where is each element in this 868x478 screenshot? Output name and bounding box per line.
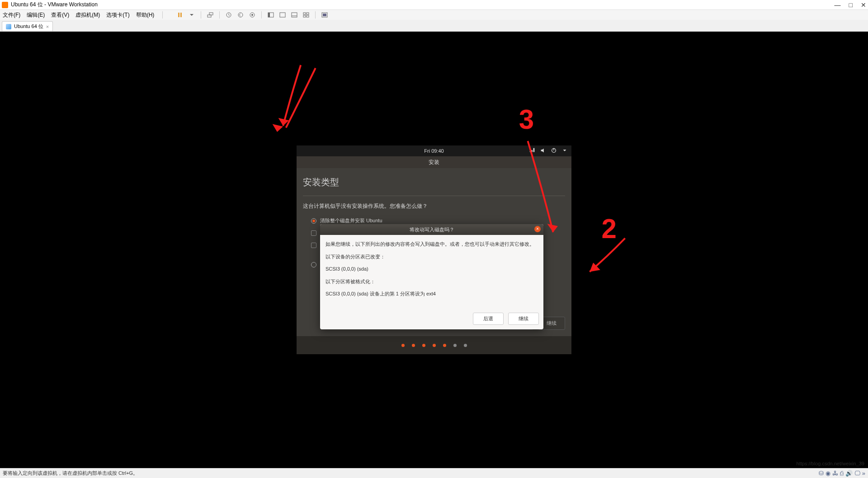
section-title: 安装类型: [303, 176, 565, 188]
menu-tabs[interactable]: 选项卡(T): [106, 11, 129, 19]
dialog-buttons: 后退 继续: [320, 308, 543, 329]
installer-header: 安装: [297, 156, 571, 168]
pause-button[interactable]: [175, 11, 184, 19]
ubuntu-clock[interactable]: Fri 09:40: [424, 148, 443, 154]
svg-rect-0: [178, 13, 179, 17]
radio-icon: [311, 262, 316, 267]
dialog-close-icon[interactable]: [534, 226, 541, 232]
app-icon: [2, 2, 8, 8]
progress-dot: [422, 344, 425, 347]
checkbox-icon: [311, 243, 316, 248]
menu-edit[interactable]: 编辑(E): [27, 11, 45, 19]
svg-point-7: [251, 14, 253, 16]
progress-dots: [297, 336, 571, 354]
svg-rect-2: [208, 15, 211, 17]
option-erase-disk[interactable]: 清除整个磁盘并安装 Ubuntu: [311, 217, 565, 224]
progress-dot: [412, 344, 415, 347]
progress-dot: [453, 344, 457, 347]
vm-screen: Fri 09:40 安装 安装类型 这台计算机似乎没有安装操作系统。您准备怎么做…: [297, 145, 571, 354]
power-dropdown[interactable]: [187, 11, 196, 19]
menu-view[interactable]: 查看(V): [51, 11, 69, 19]
layout-unity-icon[interactable]: [302, 11, 311, 19]
minimize-button[interactable]: —: [835, 1, 841, 9]
volume-icon[interactable]: [540, 147, 546, 155]
svg-rect-18: [323, 14, 326, 16]
dialog-body: 如果您继续，以下所列出的修改内容将会写入到磁盘中。或者，您也可以手动来进行其它修…: [320, 235, 543, 308]
menubar: 文件(F) 编辑(E) 查看(V) 虚拟机(M) 选项卡(T) 帮助(H): [0, 10, 868, 20]
layout-thumb-icon[interactable]: [278, 11, 287, 19]
svg-rect-10: [280, 13, 285, 17]
dialog-line2: 以下设备的分区表已改变：: [326, 253, 538, 261]
tab-ubuntu[interactable]: Ubuntu 64 位 ×: [2, 21, 53, 31]
option-erase-label: 清除整个磁盘并安装 Ubuntu: [320, 217, 382, 224]
maximize-button[interactable]: □: [849, 1, 853, 9]
svg-rect-14: [307, 13, 309, 14]
svg-rect-13: [303, 13, 306, 14]
ubuntu-topbar: Fri 09:40: [297, 145, 571, 156]
fullscreen-icon[interactable]: [320, 11, 329, 19]
vm-viewport[interactable]: Fri 09:40 安装 安装类型 这台计算机似乎没有安装操作系统。您准备怎么做…: [0, 32, 868, 468]
dialog-line1: 如果您继续，以下所列出的修改内容将会写入到磁盘中。或者，您也可以手动来进行其它修…: [326, 240, 538, 248]
tray-cd-icon[interactable]: ◉: [826, 470, 830, 477]
body-text: 这台计算机似乎没有安装操作系统。您准备怎么做？: [303, 202, 565, 210]
progress-dot: [443, 344, 446, 347]
tray-display-icon[interactable]: 🖵: [854, 470, 860, 477]
tray-sound-icon[interactable]: 🔊: [845, 470, 853, 477]
dialog-title: 将改动写入磁盘吗？: [320, 224, 543, 235]
menu-file[interactable]: 文件(F): [3, 11, 20, 19]
toolbar: [175, 11, 329, 19]
statusbar: 要将输入定向到该虚拟机，请在虚拟机内部单击或按 Ctrl+G。 ⛁ ◉ 🖧 ⎙ …: [0, 468, 868, 478]
close-button[interactable]: ✕: [861, 1, 866, 9]
write-changes-dialog: 将改动写入磁盘吗？ 如果您继续，以下所列出的修改内容将会写入到磁盘中。或者，您也…: [320, 224, 543, 329]
tray-chevron-icon[interactable]: »: [862, 470, 865, 477]
chevron-down-icon[interactable]: [561, 147, 568, 155]
svg-rect-9: [268, 13, 270, 17]
annotation-3: 3: [519, 103, 534, 135]
snapshot-manage-icon[interactable]: [248, 11, 257, 19]
menu-vm[interactable]: 虚拟机(M): [75, 11, 100, 19]
dialog-title-text: 将改动写入磁盘吗？: [410, 226, 454, 233]
dialog-line4: 以下分区将被格式化：: [326, 278, 538, 286]
svg-rect-3: [209, 13, 213, 15]
progress-dot: [433, 344, 436, 347]
divider: [162, 11, 163, 19]
snapshot-take-icon[interactable]: [224, 11, 233, 19]
section-divider: [303, 196, 565, 196]
send-ctrl-alt-del-button[interactable]: [206, 11, 215, 19]
divider: [201, 11, 201, 19]
svg-rect-11: [292, 13, 297, 17]
watermark: https://blog.csdn.net/weixin_39: [797, 461, 864, 466]
progress-dot: [464, 344, 467, 347]
svg-rect-1: [180, 13, 182, 17]
dialog-line5: SCSI3 (0,0,0) (sda) 设备上的第 1 分区将设为 ext4: [326, 290, 538, 298]
tray-disk-icon[interactable]: ⛁: [819, 470, 824, 477]
svg-marker-24: [590, 262, 600, 272]
snapshot-revert-icon[interactable]: [236, 11, 245, 19]
tab-label: Ubuntu 64 位: [14, 23, 43, 30]
menu-help[interactable]: 帮助(H): [136, 11, 155, 19]
tray-usb-icon[interactable]: ⎙: [840, 470, 844, 477]
progress-dot: [401, 344, 405, 347]
layout-single-icon[interactable]: [266, 11, 275, 19]
window-title: Ubuntu 64 位 - VMware Workstation: [11, 1, 98, 9]
dialog-back-button[interactable]: 后退: [473, 313, 504, 325]
system-tray: ⛁ ◉ 🖧 ⎙ 🔊 🖵 »: [819, 470, 865, 477]
divider: [315, 11, 316, 19]
statusbar-text: 要将输入定向到该虚拟机，请在虚拟机内部单击或按 Ctrl+G。: [3, 470, 138, 477]
dialog-continue-button[interactable]: 继续: [508, 313, 539, 325]
divider: [261, 11, 262, 19]
layout-console-icon[interactable]: [290, 11, 299, 19]
checkbox-icon: [311, 230, 316, 236]
tabbar: Ubuntu 64 位 ×: [0, 20, 868, 32]
tab-close-icon[interactable]: ×: [46, 24, 49, 29]
divider: [219, 11, 220, 19]
svg-point-5: [238, 13, 243, 17]
svg-rect-15: [303, 15, 306, 17]
svg-rect-16: [307, 15, 309, 17]
tray-net-icon[interactable]: 🖧: [832, 470, 838, 477]
svg-marker-21: [278, 118, 289, 126]
power-icon[interactable]: [551, 147, 557, 155]
window-controls: — □ ✕: [835, 1, 866, 9]
network-icon[interactable]: [529, 147, 535, 155]
titlebar: Ubuntu 64 位 - VMware Workstation — □ ✕: [0, 0, 868, 10]
